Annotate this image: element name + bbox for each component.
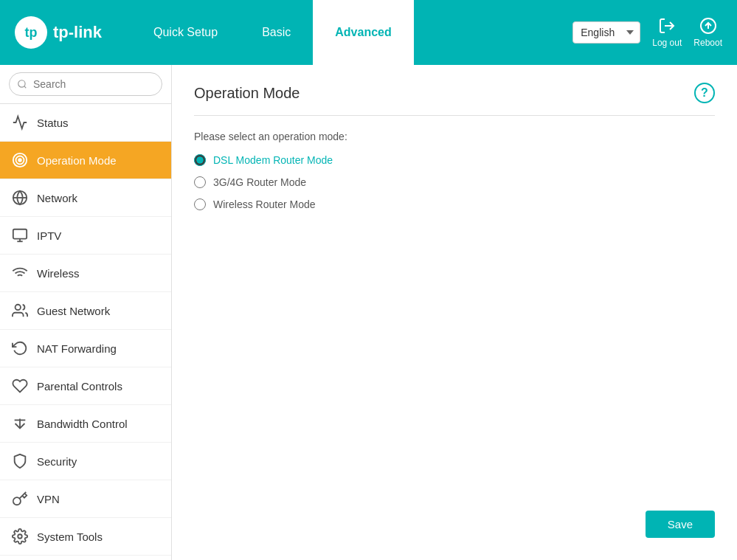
target-icon <box>12 152 28 168</box>
sidebar-item-guest-network[interactable]: Guest Network <box>0 292 171 330</box>
svg-text:tp: tp <box>25 25 38 40</box>
language-select[interactable]: English Chinese French German Spanish <box>572 21 640 44</box>
radio-label-dsl[interactable]: DSL Modem Router Mode <box>213 154 333 166</box>
key-icon <box>12 491 28 507</box>
svg-point-12 <box>15 305 21 310</box>
header: tp tp-link Quick Setup Basic Advanced En… <box>0 0 737 65</box>
save-button[interactable]: Save <box>646 511 715 538</box>
sidebar-item-system-tools[interactable]: System Tools <box>0 518 171 556</box>
sidebar-label-wireless: Wireless <box>37 267 80 280</box>
users-icon <box>12 303 28 319</box>
logout-label: Log out <box>652 38 682 48</box>
radio-option-wireless: Wireless Router Mode <box>194 198 715 210</box>
sidebar-item-parental-controls[interactable]: Parental Controls <box>0 367 171 405</box>
tab-basic[interactable]: Basic <box>240 0 313 65</box>
sidebar-item-network[interactable]: Network <box>0 179 171 217</box>
help-icon[interactable]: ? <box>694 83 715 103</box>
tab-quick-setup[interactable]: Quick Setup <box>131 0 240 65</box>
sidebar-item-wireless[interactable]: Wireless <box>0 255 171 292</box>
radio-label-3g4g[interactable]: 3G/4G Router Mode <box>213 176 306 188</box>
svg-point-15 <box>18 534 22 539</box>
arrows-icon <box>12 415 28 432</box>
logo-area: tp tp-link <box>15 16 102 49</box>
header-right: English Chinese French German Spanish Lo… <box>572 17 722 48</box>
sidebar-label-vpn: VPN <box>37 493 60 505</box>
search-input[interactable] <box>9 72 162 96</box>
sidebar-label-status: Status <box>37 117 69 129</box>
reboot-icon <box>699 17 717 35</box>
sidebar-item-nat-forwarding[interactable]: NAT Forwarding <box>0 330 171 367</box>
sidebar-item-bandwidth-control[interactable]: Bandwidth Control <box>0 405 171 443</box>
reboot-label: Reboot <box>693 38 722 48</box>
page-title: Operation Mode <box>194 85 300 102</box>
reboot-button[interactable]: Reboot <box>693 17 722 48</box>
shield-icon <box>12 453 28 469</box>
sidebar-label-iptv: IPTV <box>37 229 61 242</box>
gear-icon <box>12 528 28 545</box>
refresh-icon <box>12 340 28 356</box>
sidebar-item-vpn[interactable]: VPN <box>0 480 171 518</box>
sidebar-item-iptv[interactable]: IPTV <box>0 217 171 255</box>
svg-rect-8 <box>13 229 27 239</box>
sidebar-label-security: Security <box>37 455 77 468</box>
sidebar-label-nat-forwarding: NAT Forwarding <box>37 342 117 355</box>
svg-point-5 <box>18 159 21 162</box>
section-label: Please select an operation mode: <box>194 131 715 142</box>
sidebar-item-operation-mode[interactable]: Operation Mode <box>0 142 171 179</box>
main-layout: Status Operation Mode Network IPTV <box>0 65 737 560</box>
radio-wireless[interactable] <box>194 198 206 210</box>
globe-icon <box>12 190 28 206</box>
tab-advanced[interactable]: Advanced <box>313 0 413 65</box>
radio-dsl[interactable] <box>194 154 206 166</box>
content-area: Operation Mode ? Please select an operat… <box>172 65 737 560</box>
content-inner: Operation Mode ? Please select an operat… <box>172 65 737 238</box>
sidebar-label-bandwidth-control: Bandwidth Control <box>37 418 128 430</box>
activity-icon <box>12 114 28 131</box>
sidebar-label-system-tools: System Tools <box>37 530 103 543</box>
save-btn-container: Save <box>646 511 715 538</box>
radio-option-3g4g: 3G/4G Router Mode <box>194 176 715 188</box>
radio-3g4g[interactable] <box>194 176 206 188</box>
sidebar-label-operation-mode: Operation Mode <box>37 154 117 167</box>
page-header: Operation Mode ? <box>194 83 715 103</box>
sidebar-label-parental-controls: Parental Controls <box>37 380 122 393</box>
tplink-logo-icon: tp <box>15 16 47 49</box>
sidebar-label-guest-network: Guest Network <box>37 305 110 317</box>
logo-text: tp-link <box>53 23 102 42</box>
nav-tabs: Quick Setup Basic Advanced <box>131 0 572 65</box>
logout-icon <box>658 17 676 35</box>
heart-icon <box>12 378 28 394</box>
sidebar-item-status[interactable]: Status <box>0 104 171 142</box>
monitor-icon <box>12 227 28 243</box>
section-divider <box>194 115 715 116</box>
search-container <box>0 65 171 104</box>
sidebar-label-network: Network <box>37 192 77 204</box>
logout-button[interactable]: Log out <box>652 17 682 48</box>
sidebar: Status Operation Mode Network IPTV <box>0 65 172 560</box>
sidebar-item-security[interactable]: Security <box>0 443 171 480</box>
radio-label-wireless[interactable]: Wireless Router Mode <box>213 198 316 210</box>
radio-option-dsl: DSL Modem Router Mode <box>194 154 715 166</box>
wifi-icon <box>12 265 28 281</box>
